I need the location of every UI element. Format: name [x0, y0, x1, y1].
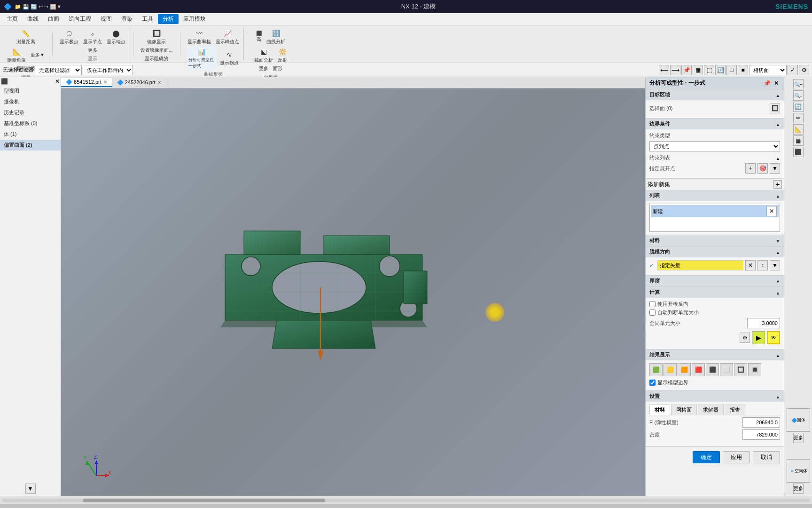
view-tab-2[interactable]: 🔷 24522046.prt ✕ — [112, 79, 166, 87]
far-right-btn-5[interactable]: 📐 — [793, 124, 804, 135]
result-icon-4[interactable]: 🟥 — [692, 363, 705, 376]
mirror-display-btn[interactable]: 🔲 镜像显示 — [146, 28, 167, 46]
elastic-modulus-value[interactable] — [742, 417, 780, 428]
surface-more-btn[interactable]: 更多 — [258, 64, 270, 73]
view-tab-2-close[interactable]: ✕ — [157, 80, 161, 85]
menu-render[interactable]: 渲染 — [117, 14, 137, 24]
run-calculation-btn[interactable]: ▶ — [752, 331, 765, 344]
menu-reverse[interactable]: 逆向工程 — [64, 14, 96, 24]
show-model-boundary-checkbox[interactable] — [649, 380, 656, 386]
show-inflection-btn[interactable]: ∿ 显示拐点 — [219, 49, 240, 67]
mesh-settings-btn[interactable]: ⚙ — [740, 333, 750, 343]
reflect-btn[interactable]: 🔆 反射 — [276, 46, 289, 64]
far-right-btn-2[interactable]: 🔍- — [793, 90, 804, 101]
select-face-btn[interactable]: 🔲 — [770, 103, 780, 113]
apply-btn[interactable]: 应用 — [723, 451, 750, 463]
settings-tab-report[interactable]: 报告 — [725, 405, 745, 415]
thickness-header[interactable]: 厚度 — [646, 276, 784, 286]
menu-view[interactable]: 视图 — [96, 14, 117, 24]
filter-btn[interactable]: ⬚ — [704, 65, 714, 75]
list-header[interactable]: 列表 — [646, 190, 784, 201]
view-tab-1[interactable]: 🔷 6541512.prt ✕ — [61, 78, 112, 87]
result-display-header[interactable]: 结果显示 — [646, 349, 784, 360]
scroll-thumb[interactable] — [83, 499, 325, 502]
add-new-set-btn[interactable]: + — [773, 180, 782, 189]
curve-analysis-btn[interactable]: 🔢 曲线分析 — [265, 28, 287, 46]
scroll-down-btn[interactable]: ▼ — [25, 484, 36, 494]
far-right-more[interactable]: 更多 — [793, 433, 804, 443]
menu-analysis[interactable]: 分析 — [158, 14, 179, 24]
show-poles-btn[interactable]: ⬡ 显示极点 — [58, 28, 80, 46]
panel-item-coord[interactable]: 基准坐标系 (0) — [0, 118, 61, 129]
show-curvature-comb-btn[interactable]: 〰 显示曲率梳 — [186, 28, 212, 46]
use-reverse-open-checkbox[interactable] — [649, 301, 656, 307]
measure-more-btn[interactable]: 更多▼ — [29, 51, 46, 59]
set-mirror-plane-btn[interactable]: 设置镜像平面... — [139, 46, 174, 55]
settings-header[interactable]: 设置 — [646, 391, 784, 402]
far-right-more2[interactable]: 更多 — [793, 484, 804, 494]
panel-pin-icon[interactable]: 📌 — [763, 79, 771, 87]
rotate-btn[interactable]: 🔃 — [715, 65, 726, 75]
boundary-header[interactable]: 边界条件 — [646, 119, 784, 129]
result-icon-6[interactable]: ⬜ — [720, 363, 733, 376]
draft-direction-header[interactable]: 脱模方向 — [646, 246, 784, 257]
calculation-header[interactable]: 计算 — [646, 287, 784, 298]
menu-surface[interactable]: 曲面 — [43, 14, 64, 24]
far-right-btn-6[interactable]: ▦ — [793, 135, 804, 146]
analyze-formability-btn[interactable]: 📊 分析可成型性·一步式 — [187, 46, 217, 70]
show-nodes-btn[interactable]: ⬦ 显示节点 — [82, 28, 103, 46]
vector-reverse-btn[interactable]: ↕ — [757, 260, 768, 270]
measure-distance-btn[interactable]: 📏 测量距离 — [15, 28, 37, 46]
work-part-select[interactable]: 仅在工作部件内 — [83, 65, 133, 75]
panel-item-view[interactable]: 型视图 — [0, 86, 61, 96]
remove-item-btn[interactable]: ✕ — [766, 206, 777, 216]
filter-select[interactable]: 无选择过滤器 — [35, 65, 82, 75]
menu-tools[interactable]: 工具 — [137, 14, 158, 24]
display-more-btn[interactable]: 更多 — [86, 46, 99, 55]
select-btn[interactable]: ▦ — [693, 65, 703, 75]
auto-mesh-checkbox[interactable] — [649, 310, 656, 316]
surface-more2-btn[interactable]: 面形 — [272, 64, 284, 73]
material-header[interactable]: 材料 — [646, 235, 784, 246]
result-icon-8[interactable]: 🔳 — [748, 363, 761, 376]
panel-item-camera[interactable]: 摄像机 — [0, 96, 61, 107]
settings-tab-mesh[interactable]: 网格面 — [671, 405, 697, 415]
measure-angle-btn[interactable]: 📐 测量角度 — [6, 46, 27, 64]
far-right-solid-body[interactable]: 🔷固体 — [787, 408, 810, 432]
show-obstacles-btn[interactable]: 显示阻碍的 — [143, 55, 170, 63]
menu-apps[interactable]: 应用模块 — [179, 14, 211, 24]
panel-item-offset-surface[interactable]: 偏置曲面 (2) — [0, 140, 61, 151]
nav-btn-2[interactable]: ⟶ — [670, 65, 680, 75]
nav-btn-1[interactable]: ⟵ — [659, 65, 669, 75]
show-endpoints-btn[interactable]: ⬤ 显示端点 — [105, 28, 127, 46]
panel-item-history[interactable]: 历史记录 — [0, 107, 61, 118]
cancel-btn[interactable]: 取消 — [753, 451, 780, 463]
expand-point-add-btn[interactable]: + — [745, 163, 756, 174]
far-right-btn-7[interactable]: ⬛ — [793, 147, 804, 157]
panel-close-icon[interactable]: ✕ — [773, 79, 780, 87]
panel-close[interactable]: ✕ — [55, 78, 60, 85]
box-btn[interactable]: □ — [726, 65, 737, 75]
panel-item-body[interactable]: 体 (1) — [0, 129, 61, 140]
density-value[interactable] — [742, 429, 780, 440]
vector-clear-btn[interactable]: ✕ — [745, 260, 756, 270]
result-icon-7[interactable]: 🔲 — [734, 363, 747, 376]
result-icon-5[interactable]: ⬛ — [706, 363, 719, 376]
settings-tab-material[interactable]: 材料 — [649, 405, 670, 415]
result-icon-3[interactable]: 🟧 — [678, 363, 691, 376]
far-right-spatial[interactable]: 🔹空间体 — [787, 459, 810, 483]
settings-tab-solver[interactable]: 求解器 — [698, 405, 724, 415]
confirm-select-btn[interactable]: ✓ — [788, 65, 798, 75]
view-tab-1-close[interactable]: ✕ — [103, 79, 107, 85]
far-right-btn-4[interactable]: ✏ — [793, 113, 804, 123]
settings-btn[interactable]: ⚙ — [799, 65, 809, 75]
vector-more-btn[interactable]: ▼ — [770, 260, 780, 270]
tangent-select[interactable]: 相切面 — [749, 65, 787, 75]
snap-btn[interactable]: 📌 — [681, 65, 692, 75]
result-icon-1[interactable]: 🟩 — [649, 363, 663, 376]
confirm-btn[interactable]: 确定 — [693, 451, 720, 463]
global-mesh-value[interactable] — [747, 318, 780, 328]
far-right-btn-3[interactable]: 🔄 — [793, 102, 804, 112]
expand-point-more-btn[interactable]: ▼ — [770, 163, 780, 174]
expand-point-select-btn[interactable]: 🎯 — [757, 163, 768, 174]
